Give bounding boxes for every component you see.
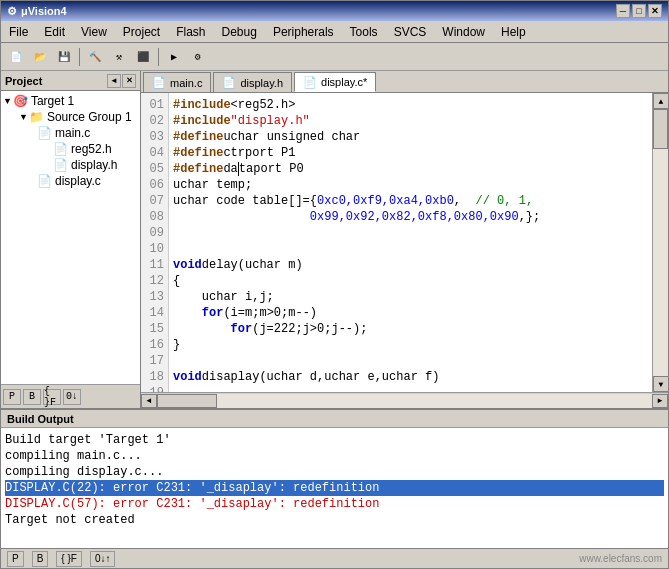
scroll-left-btn[interactable]: ◄ xyxy=(141,394,157,408)
code-line-4: #define ctrport P1 xyxy=(173,145,648,161)
build-line-3-text: compiling display.c... xyxy=(5,465,163,479)
toolbar-save[interactable]: 💾 xyxy=(53,46,75,68)
scroll-right-btn[interactable]: ► xyxy=(652,394,668,408)
toolbar-rebuild[interactable]: ⚒ xyxy=(108,46,130,68)
title-bar-controls: ─ □ ✕ xyxy=(616,4,662,18)
status-f[interactable]: { }F xyxy=(56,551,82,567)
toolbar-stop[interactable]: ⬛ xyxy=(132,46,154,68)
file-displayc-label: display.c xyxy=(55,174,101,188)
tree-file-mainc[interactable]: 📄 main.c xyxy=(3,125,138,141)
tab-mainc[interactable]: 📄 main.c xyxy=(143,72,211,92)
code-line-5: #define dataport P0 xyxy=(173,161,648,177)
tree-file-reg52[interactable]: 📄 reg52.h xyxy=(3,141,138,157)
close-btn[interactable]: ✕ xyxy=(648,4,662,18)
minimize-btn[interactable]: ─ xyxy=(616,4,630,18)
build-panel: Build Output Build target 'Target 1' com… xyxy=(1,408,668,548)
target-icon: 🎯 xyxy=(13,94,28,108)
scroll-down-btn[interactable]: ▼ xyxy=(653,376,668,392)
menu-project[interactable]: Project xyxy=(119,24,164,40)
build-line-4: DISPLAY.C(22): error C231: '_disaplay': … xyxy=(5,480,664,496)
toolbar-open[interactable]: 📂 xyxy=(29,46,51,68)
tab-mainc-label: main.c xyxy=(170,77,202,89)
tree-file-displayh[interactable]: 📄 display.h xyxy=(3,157,138,173)
menu-help[interactable]: Help xyxy=(497,24,530,40)
expand-target1-icon[interactable]: ▼ xyxy=(3,96,12,106)
toolbar-sep2 xyxy=(158,48,159,66)
toolbar-build[interactable]: 🔨 xyxy=(84,46,106,68)
panel-close-btn[interactable]: ✕ xyxy=(122,74,136,88)
code-area[interactable]: 01 02 03 04 05 06 07 08 09 10 11 12 13 1… xyxy=(141,93,668,392)
folder-icon: 📁 xyxy=(29,110,44,124)
code-line-11: void delay(uchar m) xyxy=(173,257,648,273)
build-line-2-text: compiling main.c... xyxy=(5,449,142,463)
build-line-2: compiling main.c... xyxy=(5,448,664,464)
menu-tools[interactable]: Tools xyxy=(346,24,382,40)
vertical-scrollbar[interactable]: ▲ ▼ xyxy=(652,93,668,392)
file-reg52-icon: 📄 xyxy=(53,142,68,156)
menu-debug[interactable]: Debug xyxy=(218,24,261,40)
tree-source-group[interactable]: ▼ 📁 Source Group 1 xyxy=(3,109,138,125)
h-scroll-thumb[interactable] xyxy=(157,394,217,408)
file-reg52-label: reg52.h xyxy=(71,142,112,156)
code-line-16: } xyxy=(173,337,648,353)
file-displayh-icon: 📄 xyxy=(53,158,68,172)
file-displayh-label: display.h xyxy=(71,158,117,172)
file-mainc-icon: 📄 xyxy=(37,126,52,140)
menu-view[interactable]: View xyxy=(77,24,111,40)
code-line-19 xyxy=(173,385,648,392)
code-content[interactable]: #include<reg52.h>#include "display.h"#de… xyxy=(169,93,652,392)
code-line-1: #include<reg52.h> xyxy=(173,97,648,113)
toolbar-settings[interactable]: ⚙ xyxy=(187,46,209,68)
scroll-track[interactable] xyxy=(653,109,668,376)
content-area: Project ◄ ✕ ▼ 🎯 Target 1 ▼ 📁 Source Grou xyxy=(1,71,668,408)
code-scroll-area[interactable]: #include<reg52.h>#include "display.h"#de… xyxy=(169,93,652,392)
status-b[interactable]: B xyxy=(32,551,49,567)
status-nav[interactable]: 0↓↑ xyxy=(90,551,116,567)
build-output-title: Build Output xyxy=(1,410,668,428)
panel-tb-arrow[interactable]: 0↓ xyxy=(63,389,81,405)
panel-dock-btn[interactable]: ◄ xyxy=(107,74,121,88)
build-content[interactable]: Build target 'Target 1' compiling main.c… xyxy=(1,428,668,548)
file-mainc-label: main.c xyxy=(55,126,90,140)
toolbar: 📄 📂 💾 🔨 ⚒ ⬛ ▶ ⚙ xyxy=(1,43,668,71)
build-line-6: Target not created xyxy=(5,512,664,528)
menu-window[interactable]: Window xyxy=(438,24,489,40)
h-scroll-track[interactable] xyxy=(157,394,652,408)
panel-tb-f[interactable]: { }F xyxy=(43,389,61,405)
editor-panel: 📄 main.c 📄 display.h 📄 display.c* 01 02 xyxy=(141,71,668,408)
panel-tb-b[interactable]: B xyxy=(23,389,41,405)
build-output-label: Build Output xyxy=(7,413,74,425)
menu-flash[interactable]: Flash xyxy=(172,24,209,40)
tree-file-displayc[interactable]: 📄 display.c xyxy=(3,173,138,189)
maximize-btn[interactable]: □ xyxy=(632,4,646,18)
watermark: www.elecfans.com xyxy=(579,553,662,564)
line-numbers: 01 02 03 04 05 06 07 08 09 10 11 12 13 1… xyxy=(141,93,169,392)
project-panel-title: Project ◄ ✕ xyxy=(1,71,140,91)
toolbar-new[interactable]: 📄 xyxy=(5,46,27,68)
code-line-18: void disaplay(uchar d,uchar e,uchar f) xyxy=(173,369,648,385)
scroll-up-btn[interactable]: ▲ xyxy=(653,93,668,109)
tree-target1[interactable]: ▼ 🎯 Target 1 xyxy=(3,93,138,109)
status-bar: P B { }F 0↓↑ www.elecfans.com xyxy=(1,548,668,568)
scroll-thumb[interactable] xyxy=(653,109,668,149)
panel-title-buttons: ◄ ✕ xyxy=(107,74,136,88)
menu-bar: File Edit View Project Flash Debug Perip… xyxy=(1,21,668,43)
code-line-12: { xyxy=(173,273,648,289)
code-line-9 xyxy=(173,225,648,241)
panel-tb-p[interactable]: P xyxy=(3,389,21,405)
menu-svcs[interactable]: SVCS xyxy=(390,24,431,40)
toolbar-debug[interactable]: ▶ xyxy=(163,46,185,68)
status-p[interactable]: P xyxy=(7,551,24,567)
horizontal-scrollbar[interactable]: ◄ ► xyxy=(141,392,668,408)
menu-peripherals[interactable]: Peripherals xyxy=(269,24,338,40)
tab-displayh[interactable]: 📄 display.h xyxy=(213,72,292,92)
menu-file[interactable]: File xyxy=(5,24,32,40)
tab-displayc[interactable]: 📄 display.c* xyxy=(294,72,376,92)
file-displayc-icon: 📄 xyxy=(37,174,52,188)
menu-edit[interactable]: Edit xyxy=(40,24,69,40)
tab-displayh-label: display.h xyxy=(240,77,283,89)
expand-group-icon[interactable]: ▼ xyxy=(19,112,28,122)
panel-toolbar: P B { }F 0↓ xyxy=(1,384,140,408)
code-line-3: #define uchar unsigned char xyxy=(173,129,648,145)
tab-displayc-icon: 📄 xyxy=(303,76,317,89)
